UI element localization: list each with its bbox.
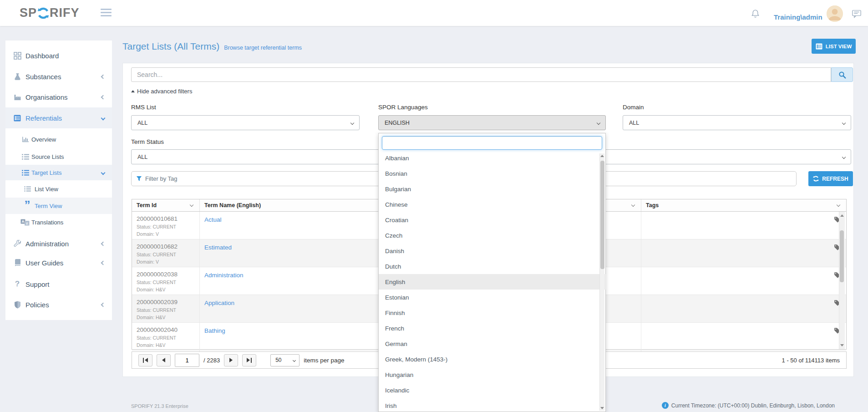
- page-number-input[interactable]: [175, 354, 199, 367]
- menu-toggle-icon[interactable]: [101, 9, 112, 18]
- language-option[interactable]: Irish: [379, 398, 606, 412]
- language-search-input[interactable]: [382, 136, 602, 150]
- sidebar-item-target-lists[interactable]: Target Lists: [5, 165, 112, 180]
- page-title: Target Lists (All Terms): [122, 41, 219, 52]
- table-scrollbar[interactable]: [839, 212, 845, 349]
- language-option[interactable]: German: [379, 336, 606, 351]
- chevron-down-icon: [101, 116, 106, 120]
- sidebar-item-substances[interactable]: Substances: [5, 66, 112, 86]
- translations-icon: A z: [20, 219, 30, 226]
- funnel-icon: [136, 176, 142, 182]
- spor-languages-select[interactable]: ENGLISH: [378, 115, 606, 130]
- sidebar-item-list-view[interactable]: List View: [5, 182, 112, 196]
- chevron-left-icon: [101, 302, 106, 307]
- scroll-up-icon[interactable]: [600, 155, 604, 157]
- language-option[interactable]: Danish: [379, 243, 606, 259]
- language-option[interactable]: Bosnian: [379, 166, 606, 181]
- avatar[interactable]: [827, 5, 843, 22]
- language-option[interactable]: French: [379, 320, 606, 336]
- column-header-term-id[interactable]: Term Id: [132, 199, 200, 211]
- term-link[interactable]: Actual: [204, 216, 222, 223]
- domain-label: Domain: [623, 104, 644, 111]
- term-link[interactable]: Application: [204, 300, 234, 306]
- last-page-button[interactable]: [242, 354, 256, 366]
- page-size-select[interactable]: 50: [270, 354, 299, 366]
- domain-select[interactable]: ALL: [623, 115, 851, 130]
- scroll-down-icon[interactable]: [600, 407, 604, 409]
- scroll-down-icon[interactable]: [840, 344, 844, 346]
- term-link[interactable]: Administration: [204, 272, 244, 279]
- language-option[interactable]: Hungarian: [379, 367, 606, 382]
- timezone-info: i Current Timezone: (UTC+00:00) Dublin, …: [662, 402, 835, 409]
- notifications-bell-icon[interactable]: [751, 9, 760, 20]
- language-option[interactable]: Dutch: [379, 259, 606, 274]
- app-header: SP RIFY Training\admin: [0, 0, 868, 26]
- sidebar-item-overview[interactable]: Overview: [5, 132, 112, 146]
- chevron-down-icon: [350, 121, 354, 124]
- language-option[interactable]: Estonian: [379, 290, 606, 305]
- sidebar-item-dashboard[interactable]: Dashboard: [5, 46, 112, 66]
- language-option[interactable]: Bulgarian: [379, 181, 606, 197]
- logo: SP RIFY: [20, 6, 80, 20]
- browse-terms-link[interactable]: Browse target referential terms: [224, 45, 302, 51]
- language-option[interactable]: Albanian: [379, 150, 606, 166]
- logo-text-prefix: SP: [20, 6, 37, 20]
- sidebar: Dashboard Substances Organisations Refer…: [5, 41, 112, 320]
- next-page-button[interactable]: [224, 354, 238, 366]
- term-id-cell: 200000010681 Status: CURRENT Domain: V: [132, 212, 200, 240]
- book-icon: [13, 259, 22, 267]
- info-icon: i: [662, 402, 669, 409]
- column-header-tags[interactable]: Tags: [641, 199, 846, 211]
- sidebar-item-policies[interactable]: Policies: [5, 295, 112, 315]
- dropdown-scrollbar[interactable]: [599, 153, 604, 411]
- factory-icon: [13, 94, 22, 101]
- items-summary: 1 - 50 of 114113 items: [782, 357, 840, 364]
- scrollbar-thumb[interactable]: [600, 161, 604, 269]
- hide-advanced-filters-toggle[interactable]: Hide advanced filters: [131, 88, 192, 95]
- language-option[interactable]: Chinese: [379, 197, 606, 212]
- dashboard-icon: [13, 52, 22, 60]
- question-icon: ?: [13, 280, 22, 289]
- quotes-icon: ”: [23, 203, 32, 209]
- sidebar-item-referentials[interactable]: Referentials: [5, 107, 112, 128]
- language-option[interactable]: Croatian: [379, 212, 606, 228]
- language-option[interactable]: Czech: [379, 228, 606, 243]
- language-option[interactable]: Finnish: [379, 305, 606, 320]
- chevron-down-icon: [597, 121, 600, 124]
- list-view-button[interactable]: LIST VIEW: [812, 39, 856, 54]
- chevron-down-icon: [101, 170, 106, 175]
- language-option[interactable]: Icelandic: [379, 382, 606, 398]
- tags-cell: [641, 267, 846, 296]
- sidebar-item-support[interactable]: ? Support: [5, 274, 112, 294]
- sidebar-item-user-guides[interactable]: User Guides: [5, 253, 112, 273]
- search-input[interactable]: [131, 67, 831, 82]
- chevron-left-icon: [101, 74, 106, 79]
- chevron-down-icon: [293, 358, 296, 361]
- sidebar-item-source-lists[interactable]: Source Lists: [5, 150, 112, 163]
- app-version: SPORIFY 21.3 Enterprise: [131, 403, 188, 409]
- language-list: Albanian Bosnian Bulgarian Chinese Croat…: [379, 150, 606, 412]
- scrollbar-thumb[interactable]: [840, 230, 844, 282]
- refresh-button[interactable]: REFRESH: [808, 171, 853, 186]
- rms-list-select[interactable]: ALL: [131, 115, 360, 130]
- scroll-up-icon[interactable]: [840, 214, 844, 217]
- chevron-left-icon: [101, 241, 106, 246]
- feedback-chat-icon[interactable]: [852, 10, 861, 20]
- sidebar-item-translations[interactable]: A z Translations: [5, 215, 112, 229]
- sidebar-item-organisations[interactable]: Organisations: [5, 87, 112, 107]
- spor-languages-dropdown: Albanian Bosnian Bulgarian Chinese Croat…: [378, 133, 606, 412]
- term-link[interactable]: Bathing: [204, 327, 225, 334]
- previous-page-button[interactable]: [157, 354, 171, 366]
- current-user[interactable]: Training\admin: [774, 13, 822, 21]
- sidebar-item-term-view[interactable]: ” Term View: [5, 198, 112, 214]
- language-option-selected[interactable]: English: [379, 274, 606, 290]
- search-button[interactable]: [831, 67, 853, 82]
- wrench-icon: [13, 240, 22, 248]
- chevron-left-icon: [101, 260, 106, 265]
- language-option[interactable]: Greek, Modern (1453-): [379, 351, 606, 367]
- first-page-button[interactable]: [138, 354, 152, 366]
- chevron-left-icon: [101, 95, 106, 99]
- term-id-cell: 200000010682 Status: CURRENT Domain: V: [132, 239, 200, 268]
- term-link[interactable]: Estimated: [204, 244, 232, 251]
- sidebar-item-administration[interactable]: Administration: [5, 234, 112, 254]
